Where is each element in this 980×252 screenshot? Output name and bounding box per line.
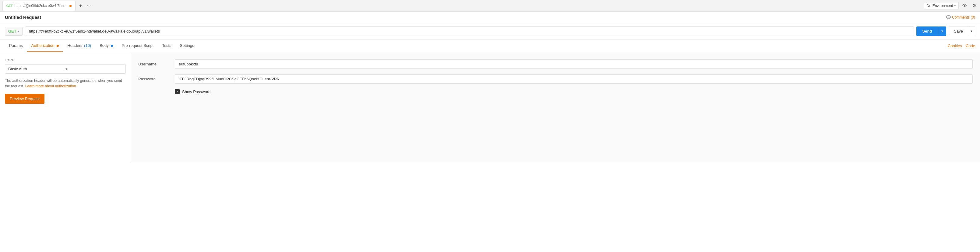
eye-icon-button[interactable]: 👁 <box>961 2 969 10</box>
tab-settings[interactable]: Settings <box>176 40 199 52</box>
tab-prerequest[interactable]: Pre-request Script <box>117 40 158 52</box>
code-link[interactable]: Code <box>966 44 975 48</box>
authorization-active-dot <box>57 45 59 47</box>
active-tab[interactable]: GET https://@e0ftkb2ckc-e0w1f5ani... <box>2 1 76 11</box>
method-label: GET <box>8 29 16 33</box>
preview-request-button[interactable]: Preview Request <box>5 94 45 104</box>
main-content: TYPE Basic Auth ▾ The authorization head… <box>0 52 980 162</box>
auth-type-arrow: ▾ <box>65 67 123 71</box>
tab-params[interactable]: Params <box>5 40 27 52</box>
tab-method-badge: GET <box>6 4 13 8</box>
url-bar: GET ▾ Send ▾ Save ▾ <box>0 23 980 40</box>
auth-description: The authorization header will be automat… <box>5 78 126 89</box>
password-row: Password <box>138 74 973 84</box>
username-label: Username <box>138 62 175 67</box>
show-password-checkbox[interactable]: ✓ <box>175 89 180 94</box>
add-tab-button[interactable]: + <box>77 2 84 10</box>
username-input[interactable] <box>175 59 973 69</box>
password-label: Password <box>138 77 175 81</box>
tab-authorization[interactable]: Authorization <box>27 40 64 52</box>
nav-tabs: Params Authorization Headers (10) Body P… <box>0 40 980 52</box>
send-button-group: Send ▾ <box>916 27 947 36</box>
eye-icon: 👁 <box>963 3 967 8</box>
learn-more-link[interactable]: Learn more about authorization <box>25 84 76 88</box>
password-input[interactable] <box>175 74 973 84</box>
gear-icon-button[interactable]: ⚙ <box>971 2 978 10</box>
tab-headers[interactable]: Headers (10) <box>63 40 95 52</box>
show-password-row: ✓ Show Password <box>175 89 973 94</box>
request-title-bar: Untitled Request 💬 Comments (0) <box>0 11 980 23</box>
auth-type-selector[interactable]: Basic Auth ▾ <box>5 64 126 74</box>
environment-selector[interactable]: No Environment ▾ <box>924 2 959 10</box>
more-tabs-button[interactable]: ··· <box>84 2 93 10</box>
request-title: Untitled Request <box>5 14 41 20</box>
tab-bar: GET https://@e0ftkb2ckc-e0w1f5ani... + ·… <box>0 0 980 11</box>
tab-bar-right: No Environment ▾ 👁 ⚙ <box>924 2 978 10</box>
send-button[interactable]: Send <box>916 27 938 36</box>
auth-type-value: Basic Auth <box>8 67 65 71</box>
body-dot <box>111 45 113 47</box>
comments-link[interactable]: 💬 Comments (0) <box>946 15 975 19</box>
send-dropdown-button[interactable]: ▾ <box>938 27 946 36</box>
env-label: No Environment <box>927 4 953 8</box>
left-panel: TYPE Basic Auth ▾ The authorization head… <box>0 52 131 162</box>
url-input[interactable] <box>25 27 914 36</box>
username-row: Username <box>138 59 973 69</box>
right-panel: Username Password ✓ Show Password <box>131 52 980 162</box>
checkbox-checkmark: ✓ <box>176 90 179 94</box>
save-dropdown-button[interactable]: ▾ <box>968 27 975 36</box>
save-button[interactable]: Save <box>949 27 968 36</box>
env-arrow: ▾ <box>954 4 956 8</box>
type-section-label: TYPE <box>5 58 126 62</box>
tab-modified-dot <box>70 5 72 7</box>
comments-label: Comments (0) <box>952 15 975 19</box>
tab-tests[interactable]: Tests <box>158 40 175 52</box>
cookies-link[interactable]: Cookies <box>948 44 962 48</box>
gear-icon: ⚙ <box>972 3 976 8</box>
show-password-label[interactable]: Show Password <box>182 89 210 94</box>
save-button-group: Save ▾ <box>949 26 975 36</box>
method-selector[interactable]: GET ▾ <box>5 27 22 36</box>
method-dropdown-arrow: ▾ <box>18 30 19 33</box>
nav-tabs-right-links: Cookies Code <box>948 44 975 48</box>
tab-url-label: https://@e0ftkb2ckc-e0w1f5ani... <box>14 4 68 8</box>
comments-icon: 💬 <box>946 15 951 19</box>
tab-body[interactable]: Body <box>95 40 117 52</box>
